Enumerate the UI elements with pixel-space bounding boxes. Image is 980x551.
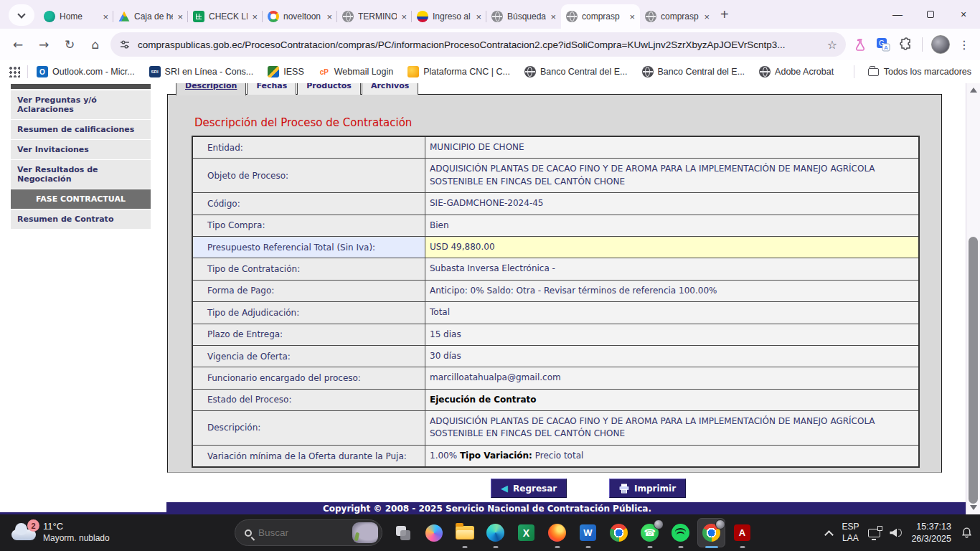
running-indicator [462, 546, 467, 548]
bookmark-item[interactable]: IESS [268, 66, 304, 77]
browser-menu-icon[interactable]: ⋮ [958, 38, 970, 52]
sidebar-item[interactable]: Resumen de calificaciones [11, 120, 151, 139]
browser-tab[interactable]: comprasp× [640, 4, 715, 29]
bookmark-item[interactable]: SRISRI en Línea - Cons... [149, 66, 254, 77]
translate-icon[interactable]: GA [876, 37, 890, 52]
tab-close-icon[interactable]: × [326, 12, 332, 22]
taskbar-icon-whatsapp[interactable]: ☎ [640, 523, 659, 542]
table-row: Forma de Pago:Anticipo: 0% Saldo: Otra -… [193, 280, 918, 301]
url-text[interactable]: compraspublicas.gob.ec/ProcesoContrataci… [138, 39, 820, 50]
close-button[interactable]: × [947, 0, 980, 29]
browser-tab[interactable]: Búsqueda× [486, 4, 561, 29]
maximize-button[interactable] [914, 0, 947, 29]
tab-close-icon[interactable]: × [704, 12, 710, 22]
table-row: Variación mínima de la Oferta durante la… [193, 445, 918, 466]
search-daily-image[interactable] [352, 522, 378, 543]
reload-button[interactable]: ↻ [59, 34, 80, 55]
taskbar-icon-copilot[interactable] [424, 523, 443, 542]
browser-tab[interactable]: comprasp× [561, 4, 640, 29]
scroll-up-arrow[interactable] [970, 88, 977, 93]
scroll-down-arrow[interactable] [970, 505, 977, 510]
running-indicator [555, 546, 560, 548]
row-value: USD 49,880.00 [425, 237, 918, 258]
back-button[interactable]: ← [7, 34, 29, 55]
extensions-puzzle-icon[interactable] [899, 37, 913, 52]
regresar-button[interactable]: ◀ Regresar [491, 479, 567, 498]
home-button[interactable]: ⌂ [85, 34, 106, 55]
sidebar-item[interactable]: Ver Preguntas y/ó Aclaraciones [11, 90, 151, 119]
spotify-icon [672, 524, 689, 542]
taskbar-icon-firefox[interactable] [547, 523, 567, 542]
taskbar-icon-acrobat[interactable]: A [732, 523, 752, 542]
content-tab[interactable]: Productos [297, 83, 361, 95]
apps-grid-icon[interactable] [9, 66, 20, 77]
bookmark-label: Plataforma CNC | C... [423, 67, 510, 77]
tab-search-button[interactable] [9, 4, 34, 26]
taskbar-icon-edge[interactable] [486, 523, 505, 542]
edge-icon [486, 524, 504, 542]
sidebar-item[interactable]: Ver Invitaciones [11, 140, 151, 159]
content-tab[interactable]: Descripción [176, 83, 246, 95]
tab-close-icon[interactable]: × [476, 12, 481, 22]
forward-button[interactable]: → [33, 34, 55, 55]
taskbar-search[interactable] [235, 519, 382, 546]
weather-widget[interactable]: 2 11°C Mayorm. nublado [11, 520, 110, 543]
imprimir-button[interactable]: Imprimir [609, 479, 686, 498]
language-indicator[interactable]: ESP LAA [842, 522, 859, 544]
all-bookmarks-label: Todos los marcadores [884, 67, 971, 77]
table-row: Código:SIE-GADMCHONE-2024-45 [193, 192, 918, 214]
bookmark-item[interactable]: cPWebmail Login [319, 66, 393, 77]
value-part: Ejecución de Contrato [430, 394, 537, 406]
notifications-bell-icon[interactable] [961, 527, 973, 539]
sidebar-item[interactable]: Resumen de Contrato [11, 209, 151, 229]
search-input[interactable] [258, 527, 346, 538]
table-row: Vigencia de Oferta:30 días [193, 345, 918, 367]
tab-close-icon[interactable]: × [177, 12, 183, 22]
clock[interactable]: 15:37:13 26/3/2025 [911, 521, 951, 545]
tab-close-icon[interactable]: × [550, 12, 556, 22]
browser-tab[interactable]: Ingreso al× [412, 4, 486, 29]
tab-title: Caja de he [134, 11, 173, 22]
flower-favicon-icon [44, 11, 55, 22]
value-part: Tipo Variación: [460, 450, 532, 462]
browser-tab[interactable]: Caja de he× [113, 4, 188, 29]
labs-flask-icon[interactable] [853, 37, 867, 52]
all-bookmarks-button[interactable]: Todos los marcadores [854, 65, 971, 78]
network-icon[interactable] [868, 529, 880, 537]
bookmark-star-icon[interactable]: ☆ [827, 38, 837, 52]
bookmark-item[interactable]: OOutlook.com - Micr... [37, 66, 135, 77]
bookmark-item[interactable]: Adobe Acrobat [759, 66, 834, 77]
minimize-button[interactable]: — [881, 0, 914, 29]
bookmark-item[interactable]: Banco Central del E... [524, 66, 628, 77]
sidebar-item[interactable]: Ver Resultados de Negociación [11, 160, 151, 189]
address-bar[interactable]: compraspublicas.gob.ec/ProcesoContrataci… [110, 32, 846, 57]
row-value: MUNICIPIO DE CHONE [425, 137, 918, 158]
taskbar-icon-task-view[interactable] [393, 523, 413, 542]
bookmark-item[interactable]: Plataforma CNC | C... [407, 66, 510, 77]
volume-icon[interactable] [890, 529, 902, 537]
browser-tab[interactable]: Home× [39, 4, 113, 29]
tray-overflow-chevron-icon[interactable] [825, 530, 834, 540]
browser-tab[interactable]: TERMINO× [337, 4, 412, 29]
bookmark-item[interactable]: Banco Central del E... [642, 66, 745, 77]
site-settings-icon[interactable] [119, 39, 131, 50]
profile-avatar[interactable] [931, 35, 950, 54]
tab-close-icon[interactable]: × [629, 12, 635, 22]
browser-tab[interactable]: noveltoon× [263, 4, 337, 29]
new-tab-button[interactable]: + [720, 6, 729, 23]
content-tab[interactable]: Archivos [362, 83, 418, 95]
scrollbar-thumb[interactable] [969, 237, 978, 504]
content-tab[interactable]: Fechas [247, 83, 296, 95]
taskbar-icon-chrome-2[interactable] [702, 523, 721, 542]
taskbar-icon-word[interactable]: W [578, 523, 598, 542]
tab-close-icon[interactable]: × [401, 12, 407, 22]
taskbar-icon-chrome[interactable] [609, 523, 628, 542]
taskbar-icon-file-explorer[interactable] [455, 523, 474, 542]
tab-close-icon[interactable]: × [103, 12, 108, 22]
browser-tab-strip: Home×Caja de he×CHECK LIS×noveltoon×TERM… [0, 0, 980, 29]
browser-tab[interactable]: CHECK LIS× [188, 4, 263, 29]
taskbar-icon-spotify[interactable] [671, 523, 690, 542]
bookmarks-bar: OOutlook.com - Micr...SRISRI en Línea - … [0, 60, 980, 83]
taskbar-icon-excel[interactable]: X [517, 523, 536, 542]
tab-close-icon[interactable]: × [252, 12, 258, 22]
